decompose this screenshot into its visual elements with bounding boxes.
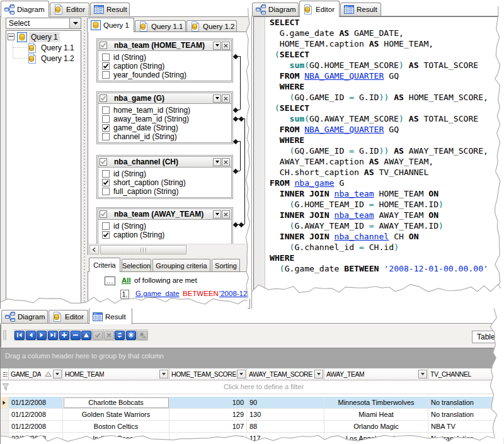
filter-dropdown-button[interactable]	[494, 370, 503, 379]
column-header-away_team_score[interactable]: AWAY_TEAM_SCORE	[247, 368, 324, 380]
group-by-band[interactable]: Drag a column header here to group by th…	[1, 348, 504, 368]
grid-cell[interactable]: Golden State Warriors	[63, 409, 169, 421]
sql-table-link[interactable]: nba_game	[294, 178, 334, 188]
field-row[interactable]: id (String)	[98, 53, 231, 62]
checkbox-checked[interactable]	[102, 231, 110, 239]
grid-cell[interactable]: Los Angeles Lakers	[324, 433, 428, 444]
checkbox-unchecked[interactable]	[102, 222, 110, 230]
tree-item-query-1[interactable]: Query 1	[8, 31, 60, 42]
sql-table-link[interactable]: nba_team	[335, 210, 374, 220]
table-card-header[interactable]: nba_channel (CH)	[98, 156, 232, 168]
grid-cell[interactable]: 113	[169, 433, 247, 444]
field-row[interactable]: year_founded (String)	[98, 71, 231, 79]
nav-next-button[interactable]	[36, 329, 47, 341]
checkbox-checked[interactable]	[102, 62, 110, 70]
checkbox-checked[interactable]	[102, 124, 110, 132]
table-checkbox[interactable]	[100, 158, 107, 166]
checkbox-unchecked[interactable]	[102, 54, 110, 61]
grid-cell[interactable]: 02/12/2008	[9, 433, 63, 444]
grid-cell[interactable]: 117	[247, 433, 324, 444]
criteria-row-index[interactable]: 1.	[120, 290, 129, 299]
focused-cell[interactable]: Charlotte Bobcats	[63, 397, 169, 409]
checkbox-unchecked[interactable]	[102, 71, 110, 79]
nav-delete-button[interactable]	[70, 329, 81, 341]
grid-cell[interactable]: 107	[169, 421, 247, 433]
table-checkbox[interactable]	[100, 210, 107, 218]
criteria-operator[interactable]: BETWEEN	[183, 290, 219, 297]
grid-cell[interactable]: No translation	[428, 409, 504, 421]
field-row[interactable]: home_team_id (String)	[98, 106, 231, 115]
table-close-button[interactable]	[222, 94, 230, 103]
criteria-tab-criteria[interactable]: Criteria	[89, 258, 120, 272]
grid-cell[interactable]: 01/12/2008	[9, 421, 63, 433]
criteria-tab-sorting[interactable]: Sorting	[212, 259, 240, 271]
checkbox-checked[interactable]	[102, 179, 110, 186]
diagram-canvas[interactable]: nba_team (HOME_TEAM)id (String)caption (…	[88, 31, 250, 255]
grid-filter-row[interactable]: Click here to define a filter	[1, 380, 504, 394]
checkbox-unchecked[interactable]	[102, 106, 110, 114]
grid-cell[interactable]: 90	[247, 397, 324, 409]
tab-diagram[interactable]: Diagram	[1, 310, 48, 323]
nav-fetch-all-button[interactable]	[125, 329, 137, 341]
column-header-home_team[interactable]: HOME_TEAM	[63, 368, 169, 380]
grid-cell[interactable]: Minnesota Timberwolves	[324, 397, 428, 409]
table-card-home-team[interactable]: nba_team (HOME_TEAM)id (String)caption (…	[96, 38, 233, 83]
table-card-header[interactable]: nba_game (G)	[98, 93, 232, 104]
table-card-header[interactable]: nba_team (HOME_TEAM)	[98, 40, 232, 51]
criteria-tab-selection[interactable]: Selection	[122, 259, 151, 271]
grid-cell[interactable]: 01/12/2008	[9, 397, 63, 409]
grid-cell[interactable]: 88	[247, 421, 324, 433]
checkbox-unchecked[interactable]	[102, 115, 110, 123]
sql-table-link[interactable]: NBA_GAME_QUARTER	[304, 71, 384, 81]
field-row[interactable]: away_team_id (String)	[98, 115, 231, 123]
field-row[interactable]: channel_id (String)	[98, 132, 231, 141]
grid-cell[interactable]: 129	[169, 409, 247, 421]
sql-table-link[interactable]: nba_channel	[335, 232, 389, 241]
nav-post-button[interactable]	[92, 329, 103, 341]
tab-result[interactable]: Result	[90, 3, 130, 16]
tree-expander-collapse[interactable]	[8, 33, 14, 40]
criteria-options-button[interactable]: ...	[105, 276, 115, 285]
scroll-left-button[interactable]	[89, 245, 99, 254]
grid-cell[interactable]: Miami Heat	[324, 409, 428, 421]
tab-diagram[interactable]: Diagram	[1, 1, 49, 17]
nav-refresh-button[interactable]	[114, 329, 125, 341]
field-row[interactable]: id (String)	[98, 222, 231, 231]
tab-result[interactable]: Result	[89, 308, 132, 324]
grid-cell[interactable]: No translation	[428, 433, 504, 444]
nav-prior-button[interactable]	[25, 329, 37, 341]
tab-editor[interactable]: Editor	[299, 1, 340, 17]
diagram-hscrollbar[interactable]	[88, 244, 250, 255]
tab-diagram[interactable]: Diagram	[252, 3, 299, 16]
table-card-game[interactable]: nba_game (G)home_team_id (String)away_te…	[96, 91, 233, 144]
table-checkbox[interactable]	[100, 42, 107, 49]
checkbox-unchecked[interactable]	[102, 170, 110, 178]
checkbox-unchecked[interactable]	[102, 188, 110, 195]
grid-cell[interactable]: Orlando Magic	[324, 421, 428, 433]
grid-cell[interactable]: 130	[247, 409, 324, 421]
column-header-home_team_score[interactable]: HOME_TEAM_SCORE	[169, 368, 247, 380]
query-tab-query-1-2[interactable]: Query 1.2	[186, 20, 237, 32]
tab-editor[interactable]: Editor	[49, 310, 88, 323]
field-row[interactable]: caption (String)	[98, 62, 231, 71]
tree-item-query-1-1[interactable]: Query 1.1	[27, 42, 76, 53]
table-close-button[interactable]	[222, 42, 230, 50]
field-row[interactable]: short_caption (String)	[98, 178, 231, 187]
filter-dropdown-button[interactable]	[53, 370, 62, 379]
filter-dropdown-button[interactable]	[314, 370, 323, 379]
field-row[interactable]: full_caption (String)	[98, 187, 231, 196]
field-row[interactable]: caption (String)	[98, 231, 231, 239]
tree-item-query-1-2[interactable]: Query 1.2	[27, 53, 76, 64]
tab-result[interactable]: Result	[340, 3, 381, 16]
filter-dropdown-button[interactable]	[418, 370, 427, 379]
grid-cell[interactable]: 100	[169, 397, 247, 409]
criteria-tab-grouping-criteria[interactable]: Grouping criteria	[152, 259, 210, 271]
sql-table-link[interactable]: NBA_GAME_QUARTER	[304, 125, 384, 134]
nav-last-button[interactable]	[47, 329, 59, 341]
table-dropdown-button[interactable]	[213, 158, 221, 166]
column-header-tv_channel[interactable]: TV_CHANNEL	[428, 368, 504, 380]
grid-cell[interactable]: NBA TV	[428, 421, 504, 433]
column-header-away_team[interactable]: AWAY_TEAM	[324, 368, 428, 380]
nav-edit-button[interactable]	[81, 329, 92, 341]
grid-cell[interactable]: No translation	[428, 397, 504, 409]
